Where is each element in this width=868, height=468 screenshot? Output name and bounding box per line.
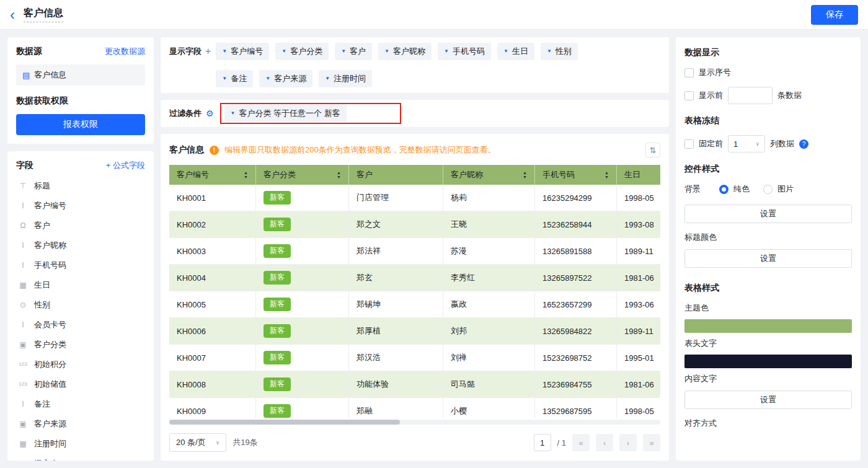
field-item[interactable]: I备注: [16, 394, 145, 414]
table-row[interactable]: KH0004新客郑玄李秀红132658975221981-06: [169, 265, 660, 291]
header-text-color-swatch[interactable]: [684, 355, 852, 368]
column-header[interactable]: 客户昵称▲▼: [443, 165, 535, 185]
field-item[interactable]: I会员卡号: [16, 315, 145, 335]
next-page-button[interactable]: ›: [619, 434, 637, 451]
date-icon: ▦: [17, 440, 29, 448]
show-first-count-input[interactable]: [728, 87, 773, 104]
column-header[interactable]: 生日: [617, 165, 660, 185]
main-panel: 显示字段 + ▼客户编号▼客户分类▼客户▼客户昵称▼手机号码▼生日▼性别▼备注▼…: [161, 37, 669, 461]
field-item[interactable]: Ω提交人: [16, 454, 145, 461]
column-header[interactable]: 手机号码▲▼: [535, 165, 617, 185]
table-row[interactable]: KH0002新客郑之文王晓152362589441993-08: [169, 211, 660, 238]
help-icon[interactable]: ?: [799, 139, 808, 149]
chevron-down-icon: ▼: [231, 111, 236, 116]
cell-phone: 15236258944: [535, 211, 617, 237]
row-order-icon[interactable]: ⇅: [645, 143, 660, 157]
field-item[interactable]: ⊙性别: [16, 295, 145, 315]
change-datasource-link[interactable]: 更改数据源: [105, 46, 145, 57]
sort-icon[interactable]: ▲▼: [239, 171, 248, 179]
display-field-chip[interactable]: ▼性别: [541, 43, 578, 60]
report-permission-button[interactable]: 报表权限: [16, 114, 145, 135]
column-header[interactable]: 客户分类▲▼: [256, 165, 349, 185]
cell-customer: 郑厚植: [349, 318, 443, 344]
column-header[interactable]: 客户: [349, 165, 443, 185]
sort-desc-icon: ▼: [337, 175, 341, 179]
show-first-checkbox[interactable]: [684, 91, 694, 100]
display-field-chip[interactable]: ▼客户来源: [259, 70, 312, 87]
cell-nickname: 司马懿: [443, 371, 535, 397]
display-field-chip[interactable]: ▼手机号码: [438, 43, 491, 60]
add-formula-field-link[interactable]: + 公式字段: [106, 160, 145, 171]
cell-customer: 门店管理: [349, 185, 443, 211]
datasource-item[interactable]: ▤ 客户信息: [16, 64, 145, 86]
field-item[interactable]: ▦注册时间: [16, 434, 145, 454]
display-field-chip[interactable]: ▼生日: [497, 43, 534, 60]
field-item[interactable]: ▦生日: [16, 275, 145, 295]
column-header-label: 客户: [356, 169, 373, 180]
filter-condition-chip[interactable]: ▼ 客户分类 等于任意一个 新客: [224, 105, 347, 122]
display-field-chip[interactable]: ▼客户编号: [216, 43, 269, 60]
field-item[interactable]: I客户编号: [16, 196, 145, 216]
cell-nickname: 小樱: [443, 398, 535, 418]
back-button[interactable]: ‹: [10, 7, 15, 22]
table-freeze-title: 表格冻结: [684, 115, 852, 126]
field-item[interactable]: Ω客户: [16, 216, 145, 236]
save-button[interactable]: 保存: [811, 5, 858, 25]
cell-phone: 16523657299: [535, 291, 617, 317]
add-display-field-button[interactable]: +: [205, 46, 211, 56]
table-row[interactable]: KH0008新客功能体验司马懿152369847551981-06: [169, 371, 660, 398]
display-field-chip[interactable]: ▼客户: [335, 43, 372, 60]
table-row[interactable]: KH0005新客郑锡坤嬴政165236572991993-06: [169, 291, 660, 318]
show-index-checkbox[interactable]: [684, 68, 694, 77]
sort-icon[interactable]: ▲▼: [600, 171, 609, 179]
first-page-button[interactable]: «: [572, 434, 590, 451]
table-row[interactable]: KH0009新客郑融小樱135296875951998-05: [169, 398, 660, 418]
horizontal-scrollbar-thumb[interactable]: [169, 420, 400, 425]
chevron-down-icon: ▼: [222, 49, 227, 54]
horizontal-scrollbar-track[interactable]: [169, 420, 660, 425]
theme-color-swatch[interactable]: [684, 319, 852, 333]
field-item[interactable]: ⊤标题: [16, 176, 145, 196]
sort-icon[interactable]: ▲▼: [332, 171, 341, 179]
table-row[interactable]: KH0007新客郑汉浩刘禅152326987521995-01: [169, 345, 660, 371]
table-row[interactable]: KH0006新客郑厚植刘邦132659848221989-11: [169, 318, 660, 345]
sort-desc-icon: ▼: [244, 175, 248, 179]
field-item-label: 客户分类: [34, 339, 66, 350]
field-item[interactable]: 123初始储值: [16, 374, 145, 394]
display-field-chip[interactable]: ▼客户昵称: [378, 43, 432, 60]
field-item[interactable]: I手机号码: [16, 255, 145, 275]
display-field-chip[interactable]: ▼客户分类: [275, 43, 329, 60]
title-color-setting-button[interactable]: 设置: [684, 249, 852, 268]
chip-label: 注册时间: [334, 73, 366, 84]
chevron-down-icon: ∨: [755, 141, 760, 147]
display-field-chip[interactable]: ▼注册时间: [319, 70, 372, 87]
freeze-count-select[interactable]: 1 ∨: [728, 135, 765, 152]
field-item-label: 客户来源: [34, 418, 66, 430]
category-badge: 新客: [264, 377, 291, 391]
sort-icon[interactable]: ▲▼: [518, 171, 527, 179]
cell-phone: 15232698752: [535, 345, 617, 371]
field-item[interactable]: 123初始积分: [16, 355, 145, 374]
freeze-columns-checkbox[interactable]: [684, 139, 694, 149]
field-item[interactable]: I客户昵称: [16, 236, 145, 255]
field-item[interactable]: ▣客户来源: [16, 414, 145, 434]
background-setting-button[interactable]: 设置: [684, 205, 852, 223]
chevron-down-icon: ▼: [265, 76, 270, 81]
last-page-button[interactable]: »: [643, 434, 660, 451]
solid-color-radio[interactable]: [719, 185, 728, 194]
display-field-chip[interactable]: ▼备注: [216, 70, 253, 87]
filter-settings-gear-icon[interactable]: ⚙: [206, 108, 214, 118]
sort-desc-icon: ▼: [523, 175, 527, 179]
image-label: 图片: [777, 183, 794, 195]
table-row[interactable]: KH0001新客门店管理杨莉162352942991998-05: [169, 185, 660, 211]
content-text-setting-button[interactable]: 设置: [684, 391, 852, 409]
cell-category: 新客: [256, 211, 349, 237]
table-row[interactable]: KH0003新客郑法祥苏漫132658915881989-11: [169, 238, 660, 265]
field-item[interactable]: ▣客户分类: [16, 335, 145, 355]
column-header[interactable]: 客户编号▲▼: [169, 165, 256, 185]
page-size-select[interactable]: 20 条/页 ∨: [169, 433, 226, 452]
prev-page-button[interactable]: ‹: [596, 434, 613, 451]
image-radio[interactable]: [763, 185, 773, 194]
current-page-input[interactable]: 1: [534, 434, 551, 451]
sort-asc-icon: ▲: [604, 171, 609, 175]
